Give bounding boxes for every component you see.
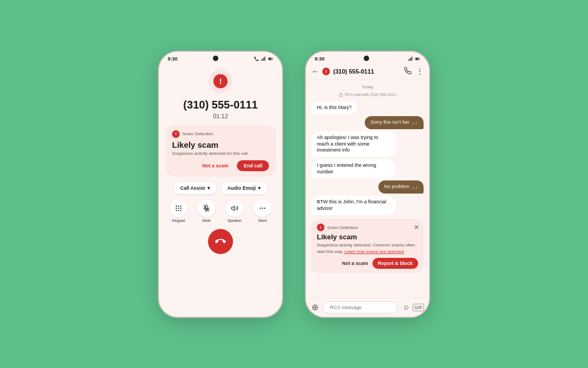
lock-icon	[339, 93, 343, 97]
status-time-phone2: 9:30	[315, 56, 324, 62]
scam-close-button[interactable]: ✕	[414, 224, 419, 231]
chat-scam-dot-icon: !	[322, 68, 330, 75]
speaker-button[interactable]: Speaker	[222, 200, 248, 222]
read-check-2: ✓✓	[412, 185, 418, 190]
audio-emoji-button[interactable]: Audio Emoji ▾	[221, 182, 268, 194]
message-1: Hi, is this Mary?	[311, 101, 357, 114]
svg-point-13	[176, 209, 177, 210]
audio-waveform-icon[interactable]: 🎤	[427, 303, 430, 311]
message-4: I guess I entered the wrong number	[311, 159, 396, 178]
status-icons-phone1	[254, 56, 273, 62]
svg-rect-2	[264, 57, 264, 61]
call-assist-label: Call Assist	[180, 185, 205, 191]
message-6: BTW this is John, I'm a financial adviso…	[311, 196, 396, 215]
keypad-button[interactable]: Keypad	[166, 200, 192, 222]
scam-detection-label: Scam Detection	[182, 131, 213, 136]
status-bar-phone1: 9:30	[159, 52, 282, 64]
svg-rect-5	[272, 58, 273, 59]
gif-icon[interactable]: GIF	[413, 304, 424, 311]
svg-point-19	[262, 207, 263, 208]
end-call-button[interactable]: End call	[237, 160, 269, 171]
add-icon[interactable]: ⊕	[311, 302, 318, 312]
mute-icon	[198, 200, 215, 217]
scam-detection-card: ! Scam Detection Likely scam Suspicious …	[166, 125, 275, 177]
speaker-icon	[226, 200, 243, 217]
svg-rect-27	[415, 58, 418, 59]
chat-contact-title: (310) 555-0111	[333, 68, 401, 75]
svg-point-8	[178, 205, 179, 206]
svg-point-20	[264, 207, 265, 208]
message-3: Ah apologies! I was trying to reach a cl…	[311, 131, 396, 157]
end-call-red-button[interactable]	[208, 229, 233, 254]
more-button[interactable]: More	[250, 200, 276, 222]
exclamation-icon: !	[213, 74, 228, 88]
battery-icon	[268, 56, 273, 62]
call-controls-grid: Keypad Mute Speaker	[166, 200, 275, 222]
svg-rect-23	[411, 57, 411, 61]
phone-call-screen: 9:30 ! (310) 555-0111 01:12 !	[158, 51, 283, 318]
phone-chat-screen: 9:30 ← ! (310) 555-0111 ⋮ Today	[305, 51, 430, 318]
more-icon	[254, 200, 271, 217]
scam-title: Likely scam	[172, 140, 269, 149]
chat-scam-icon: !	[317, 224, 324, 231]
messages-area: Today RCS chat with (310) 555-0111 Hi, i…	[306, 80, 429, 298]
svg-point-12	[180, 207, 181, 208]
svg-point-10	[176, 207, 177, 208]
chat-header-icons: ⋮	[404, 67, 424, 76]
emoji-icon[interactable]: ☺	[402, 303, 409, 311]
scam-action-buttons: Not a scam End call	[172, 160, 269, 171]
camera-notch-phone1	[213, 56, 218, 61]
read-check-1: ✓✓	[412, 121, 418, 126]
svg-rect-21	[408, 59, 409, 61]
rcs-message-input[interactable]	[323, 301, 398, 313]
svg-rect-26	[419, 58, 420, 59]
rcs-text: RCS chat with (310) 555-0111	[345, 93, 396, 96]
svg-rect-28	[339, 94, 342, 96]
rcs-label: RCS chat with (310) 555-0111	[311, 93, 424, 97]
chat-scam-header: ! Scam Detection	[317, 224, 418, 231]
svg-point-7	[176, 205, 177, 206]
learn-link[interactable]: Learn how scams are detected	[345, 249, 404, 254]
chat-input-bar: ⊕ ☺ GIF 🎤	[306, 298, 429, 317]
speaker-label: Speaker	[228, 219, 242, 222]
scam-dot-icon: !	[172, 130, 180, 138]
phones-container: 9:30 ! (310) 555-0111 01:12 !	[158, 51, 430, 318]
scam-description: Suspicious activity detected for this ca…	[172, 151, 269, 156]
back-arrow-icon[interactable]: ←	[311, 67, 319, 76]
more-options-icon[interactable]: ⋮	[416, 67, 424, 76]
chevron-down-icon-2: ▾	[258, 185, 261, 191]
scam-warning-icon-circle: !	[209, 69, 232, 93]
call-status-icon	[254, 56, 259, 62]
status-bar-phone2: 9:30	[306, 52, 429, 64]
keypad-icon	[170, 200, 187, 217]
svg-rect-0	[261, 59, 262, 61]
message-2: Sorry this isn't her ✓✓	[365, 116, 424, 129]
report-block-button[interactable]: Report & block	[372, 258, 418, 269]
scam-card-header: ! Scam Detection	[172, 130, 269, 138]
more-label: More	[258, 219, 267, 222]
svg-rect-24	[412, 56, 412, 61]
chevron-down-icon: ▾	[207, 185, 210, 191]
svg-point-15	[180, 209, 181, 210]
call-duration: 01:12	[213, 113, 228, 119]
phone-call-icon[interactable]	[404, 67, 412, 76]
svg-rect-22	[409, 58, 410, 61]
chat-header: ← ! (310) 555-0111 ⋮	[306, 64, 429, 80]
svg-marker-17	[231, 206, 234, 210]
mute-label: Mute	[202, 219, 211, 222]
chat-scam-label: Scam Detection	[327, 225, 358, 230]
chat-not-scam-button[interactable]: Not a scam	[342, 261, 368, 266]
chat-input-icon-row: ☺ GIF 🎤	[402, 303, 430, 311]
not-a-scam-button[interactable]: Not a scam	[198, 160, 232, 171]
svg-point-18	[260, 207, 261, 208]
keypad-label: Keypad	[172, 219, 185, 222]
svg-rect-1	[262, 58, 263, 61]
svg-rect-6	[268, 58, 271, 59]
signal-icon	[261, 56, 266, 62]
mute-button[interactable]: Mute	[194, 200, 220, 222]
call-assist-button[interactable]: Call Assist ▾	[174, 182, 217, 194]
caller-number: (310) 555-0111	[183, 99, 258, 111]
chat-scam-description: Suspicious activity detected. Common sca…	[317, 242, 418, 254]
chat-scam-title: Likely scam	[317, 233, 418, 241]
chat-scam-buttons: Not a scam Report & block	[317, 258, 418, 269]
